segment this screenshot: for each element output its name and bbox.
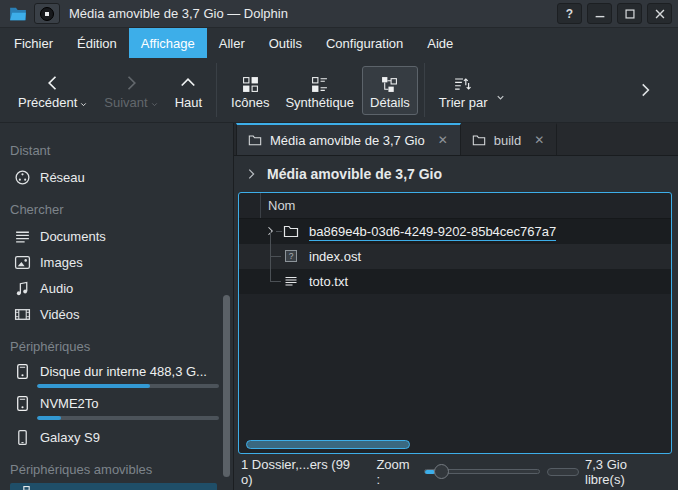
sidebar-item-galaxy-s9[interactable]: Galaxy S9	[0, 424, 233, 450]
tabbar: Média amovible de 3,7 Gio ✕ build ✕	[234, 123, 678, 156]
icons-view-icon	[242, 76, 259, 93]
sidebar-item-label: Documents	[40, 229, 106, 244]
network-icon	[14, 169, 31, 186]
tab-media-amovible[interactable]: Média amovible de 3,7 Gio ✕	[236, 123, 461, 155]
zoom-slider-handle[interactable]	[434, 464, 449, 479]
tab-close-button[interactable]: ✕	[533, 133, 545, 147]
compact-view-label: Synthétique	[285, 96, 354, 110]
back-dropdown-caret-icon	[79, 100, 88, 109]
back-button[interactable]: Précédent	[10, 66, 96, 115]
help-button[interactable]: ?	[557, 3, 582, 24]
sidebar-scrollbar[interactable]	[223, 295, 230, 477]
menu-aide[interactable]: Aide	[415, 28, 465, 58]
toolbar: Précédent Suivant Haut Icônes Synthétiqu…	[0, 58, 678, 123]
sort-by-label: Trier par	[439, 96, 488, 110]
up-button[interactable]: Haut	[167, 66, 210, 115]
breadcrumb-location[interactable]: Média amovible de 3,7 Gio	[267, 166, 442, 182]
tab-build[interactable]: build ✕	[461, 123, 558, 155]
sidebar-item-label: Galaxy S9	[40, 430, 100, 445]
file-name[interactable]: toto.txt	[309, 273, 348, 290]
sidebar-item-label: Images	[40, 255, 83, 270]
tab-close-button[interactable]: ✕	[437, 133, 449, 147]
chevron-up-icon	[178, 73, 198, 93]
sort-by-button[interactable]: Trier par	[431, 66, 496, 115]
folder-icon	[248, 133, 262, 147]
column-header-nom[interactable]: Nom	[261, 198, 295, 213]
section-title-chercher: Chercher	[10, 202, 223, 217]
menu-affichage[interactable]: Affichage	[129, 28, 207, 58]
forward-dropdown-caret-icon	[150, 100, 159, 109]
disk-usage-bar	[37, 416, 219, 420]
forward-label: Suivant	[104, 96, 147, 110]
sidebar-item-media-amovible[interactable]: Média amovible de 3,7 ...	[10, 483, 217, 490]
phone-icon	[14, 429, 31, 446]
breadcrumb-chevron-icon	[244, 167, 258, 181]
menu-outils[interactable]: Outils	[257, 28, 314, 58]
sidebar-item-disque-dur[interactable]: Disque dur interne 488,3 G...	[0, 360, 233, 392]
file-row-folder[interactable]: ba869e4b-03d6-4249-9202-85b4cec767a7	[239, 219, 671, 244]
file-row-toto-txt[interactable]: toto.txt	[239, 269, 671, 294]
compact-view-button[interactable]: Synthétique	[277, 66, 362, 115]
breadcrumb[interactable]: Média amovible de 3,7 Gio	[234, 156, 678, 192]
window-controls: ?	[557, 3, 672, 24]
menu-aller[interactable]: Aller	[207, 28, 257, 58]
titlebar[interactable]: Média amovible de 3,7 Gio — Dolphin ?	[0, 0, 678, 28]
menubar: Fichier Édition Affichage Aller Outils C…	[0, 28, 678, 58]
hard-drive-icon	[14, 395, 31, 412]
sidebar-item-reseau[interactable]: Réseau	[0, 164, 233, 190]
tab-label: Média amovible de 3,7 Gio	[270, 133, 425, 148]
sidebar-item-label: Réseau	[40, 170, 85, 185]
minimize-button[interactable]	[587, 3, 612, 24]
file-row-index-ost[interactable]: index.ost	[239, 244, 671, 269]
places-panel: Distant Réseau Chercher Documents Images…	[0, 123, 234, 490]
icons-view-label: Icônes	[231, 96, 269, 110]
window-media-icon-button[interactable]	[34, 3, 60, 24]
maximize-icon	[623, 7, 637, 21]
overflow-chevron-icon	[636, 81, 654, 99]
zoom-slider[interactable]	[424, 463, 540, 481]
back-label: Précédent	[18, 96, 77, 110]
up-label: Haut	[175, 96, 202, 110]
images-icon	[14, 254, 31, 271]
window-title: Média amovible de 3,7 Gio — Dolphin	[69, 6, 288, 21]
details-view-icon	[381, 76, 398, 93]
menu-configuration[interactable]: Configuration	[314, 28, 415, 58]
horizontal-scrollbar[interactable]	[246, 440, 410, 449]
sidebar-item-images[interactable]: Images	[0, 249, 233, 275]
toolbar-separator	[216, 63, 217, 117]
folder-icon	[283, 223, 299, 239]
sidebar-item-label: Disque dur interne 488,3 G...	[40, 364, 207, 379]
sidebar-item-audio[interactable]: Audio	[0, 275, 233, 301]
dolphin-app-icon	[8, 5, 28, 23]
details-view-label: Détails	[370, 96, 410, 110]
sidebar-item-label: Audio	[40, 281, 73, 296]
dolphin-window: Média amovible de 3,7 Gio — Dolphin ? Fi…	[0, 0, 678, 490]
free-space-bar	[547, 468, 580, 476]
chevron-left-icon	[43, 73, 63, 93]
file-name[interactable]: index.ost	[309, 248, 361, 265]
forward-button[interactable]: Suivant	[96, 66, 166, 115]
file-rows: ba869e4b-03d6-4249-9202-85b4cec767a7 ind…	[239, 219, 671, 294]
tree-line	[270, 281, 281, 282]
file-name[interactable]: ba869e4b-03d6-4249-9202-85b4cec767a7	[309, 223, 556, 241]
menu-edition[interactable]: Édition	[65, 28, 129, 58]
menu-fichier[interactable]: Fichier	[2, 28, 65, 58]
chevron-right-icon	[121, 73, 141, 93]
section-title-peripheriques-amovibles: Périphériques amovibles	[10, 462, 223, 477]
sidebar-item-nvme2to[interactable]: NVME2To	[0, 392, 233, 424]
close-button[interactable]	[647, 3, 672, 24]
details-view-button[interactable]: Détails	[362, 66, 418, 115]
audio-icon	[14, 280, 31, 297]
close-icon	[653, 7, 667, 21]
maximize-button[interactable]	[617, 3, 642, 24]
file-view[interactable]: Nom ba869e4b-03d6-4249-9202-85b4cec767a7…	[238, 192, 672, 454]
sidebar-item-videos[interactable]: Vidéos	[0, 301, 233, 327]
sidebar-item-documents[interactable]: Documents	[0, 223, 233, 249]
documents-icon	[14, 228, 31, 245]
disk-usage-bar	[37, 384, 219, 388]
toolbar-overflow-button[interactable]	[628, 76, 662, 104]
icons-view-button[interactable]: Icônes	[223, 66, 277, 115]
tree-line	[276, 231, 282, 232]
sidebar-item-label: Vidéos	[40, 307, 80, 322]
tab-label: build	[494, 133, 521, 148]
